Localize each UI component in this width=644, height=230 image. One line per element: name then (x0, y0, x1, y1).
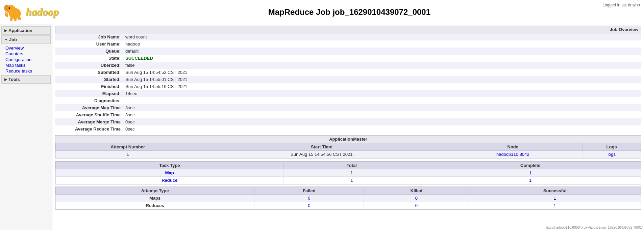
avg-merge-value: 0sec (123, 118, 641, 125)
sidebar-job-header[interactable]: ▼ Job (1, 35, 51, 44)
info-row-avg-reduce: Average Reduce Time 0sec (55, 125, 641, 133)
application-arrow-icon: ▶ (4, 29, 7, 32)
avg-map-label: Average Map Time (55, 104, 123, 111)
svg-rect-4 (10, 18, 13, 21)
queue-value: default (123, 48, 641, 55)
task-col-complete: Complete (420, 162, 641, 169)
diagnostics-value (123, 97, 641, 104)
tools-arrow-icon: ▶ (4, 78, 7, 81)
job-name-value: word count (123, 33, 641, 40)
sidebar-application-header[interactable]: ▶ Application (1, 26, 51, 35)
task-map-type: Map (56, 169, 283, 177)
tools-label: Tools (8, 77, 20, 82)
am-row: 1 Sun Aug 15 14:54:56 CST 2021 hadoop110… (56, 151, 641, 158)
task-summary-table: Task Type Total Complete Map 1 1 Reduce … (55, 162, 641, 184)
hadoop-logo-text: hadoop (26, 6, 59, 18)
avg-shuffle-value: 3sec (123, 111, 641, 118)
svg-point-2 (4, 5, 9, 11)
task-col-total: Total (283, 162, 420, 169)
info-row-user-name: User Name: hadoop (55, 40, 641, 48)
state-label: State: (55, 55, 123, 62)
main-layout: ▶ Application ▼ Job Overview Counters Co… (0, 24, 644, 230)
job-overview-section: Job Overview Job Name: word count User N… (55, 26, 641, 133)
info-row-started: Started: Sun Aug 15 14:55:01 CST 2021 (55, 76, 641, 83)
avg-reduce-value: 0sec (123, 125, 641, 133)
attempt-maps-successful: 1 (469, 195, 641, 202)
started-value: Sun Aug 15 14:55:01 CST 2021 (123, 76, 641, 83)
info-row-state: State: SUCCEEDED (55, 55, 641, 62)
reduce-type-link[interactable]: Reduce (162, 178, 177, 183)
sidebar: ▶ Application ▼ Job Overview Counters Co… (0, 24, 52, 230)
avg-shuffle-label: Average Shuffle Time (55, 111, 123, 118)
sidebar-tools-header[interactable]: ▶ Tools (1, 75, 51, 84)
nav-counters[interactable]: Counters (5, 51, 52, 57)
am-col-logs: Logs (583, 143, 641, 151)
attempt-reduces-type: Reduces (56, 202, 254, 209)
map-complete-link[interactable]: 1 (529, 170, 531, 175)
nav-map-tasks[interactable]: Map tasks (5, 62, 52, 68)
reduces-killed-link[interactable]: 0 (415, 203, 418, 208)
attempt-row-reduces: Reduces 0 0 1 (56, 202, 641, 209)
nav-overview[interactable]: Overview (5, 45, 52, 51)
uberized-label: Uberized: (55, 62, 123, 69)
nav-configuration[interactable]: Configuration (5, 57, 52, 62)
submitted-value: Sun Aug 15 14:54:52 CST 2021 (123, 69, 641, 76)
sidebar-nav-links: Overview Counters Configuration Map task… (0, 45, 52, 75)
task-col-type: Task Type (56, 162, 283, 169)
maps-failed-link[interactable]: 0 (308, 196, 310, 201)
map-type-link[interactable]: Map (165, 170, 174, 175)
svg-rect-5 (14, 18, 17, 21)
user-name-value: hadoop (123, 40, 641, 48)
info-row-elapsed: Elapsed: 14sec (55, 90, 641, 97)
task-reduce-total: 1 (283, 177, 420, 184)
logo-area: hadoop (4, 3, 59, 21)
attempt-summary-table: Attempt Type Failed Killed Successful Ma… (55, 187, 641, 209)
page-title-area: MapReduce Job job_1629010439072_0001 (59, 7, 640, 17)
am-node-link[interactable]: hadoop110:8042 (496, 152, 529, 157)
avg-reduce-label: Average Reduce Time (55, 125, 123, 133)
task-map-total: 1 (283, 169, 420, 177)
attempt-row-maps: Maps 0 0 1 (56, 195, 641, 202)
job-arrow-icon: ▼ (4, 38, 8, 41)
am-col-header-row: Attempt Number Start Time Node Logs (56, 143, 641, 151)
task-reduce-complete: 1 (420, 177, 641, 184)
info-row-avg-map: Average Map Time 3sec (55, 104, 641, 111)
info-row-submitted: Submitted: Sun Aug 15 14:54:52 CST 2021 (55, 69, 641, 76)
queue-label: Queue: (55, 48, 123, 55)
avg-merge-label: Average Merge Time (55, 118, 123, 125)
reduces-failed-link[interactable]: 0 (308, 203, 310, 208)
am-logs-link[interactable]: logs (608, 152, 616, 157)
am-table: Attempt Number Start Time Node Logs 1 Su… (55, 143, 641, 158)
task-row-map: Map 1 1 (56, 169, 641, 177)
am-attempt-number: 1 (56, 151, 200, 158)
hadoop-elephant-icon (4, 3, 24, 21)
info-row-avg-shuffle: Average Shuffle Time 3sec (55, 111, 641, 118)
task-summary-section: Task Type Total Complete Map 1 1 Reduce … (55, 161, 641, 184)
info-row-uberized: Uberized: false (55, 62, 641, 69)
info-row-finished: Finished: Sun Aug 15 14:55:16 CST 2021 (55, 83, 641, 90)
attempt-reduces-failed: 0 (254, 202, 364, 209)
task-map-complete: 1 (420, 169, 641, 177)
svg-rect-6 (18, 17, 21, 20)
elapsed-label: Elapsed: (55, 90, 123, 97)
elapsed-value: 14sec (123, 90, 641, 97)
started-label: Started: (55, 76, 123, 83)
attempt-col-header-row: Attempt Type Failed Killed Successful (56, 187, 641, 195)
task-col-header-row: Task Type Total Complete (56, 162, 641, 169)
reduces-successful-link[interactable]: 1 (554, 203, 556, 208)
attempt-reduces-successful: 1 (469, 202, 641, 209)
finished-label: Finished: (55, 83, 123, 90)
maps-killed-link[interactable]: 0 (415, 196, 418, 201)
application-master-section: ApplicationMaster Attempt Number Start T… (55, 135, 641, 159)
attempt-maps-killed: 0 (364, 195, 469, 202)
attempt-col-killed: Killed (364, 187, 469, 195)
nav-reduce-tasks[interactable]: Reduce tasks (5, 68, 52, 74)
am-node: hadoop110:8042 (443, 151, 583, 158)
job-overview-header: Job Overview (55, 26, 641, 33)
reduce-complete-link[interactable]: 1 (529, 178, 531, 183)
am-section-header: ApplicationMaster (55, 136, 641, 143)
uberized-value: false (123, 62, 641, 69)
maps-successful-link[interactable]: 1 (554, 196, 556, 201)
am-col-attempt: Attempt Number (56, 143, 200, 151)
application-label: Application (8, 28, 32, 33)
